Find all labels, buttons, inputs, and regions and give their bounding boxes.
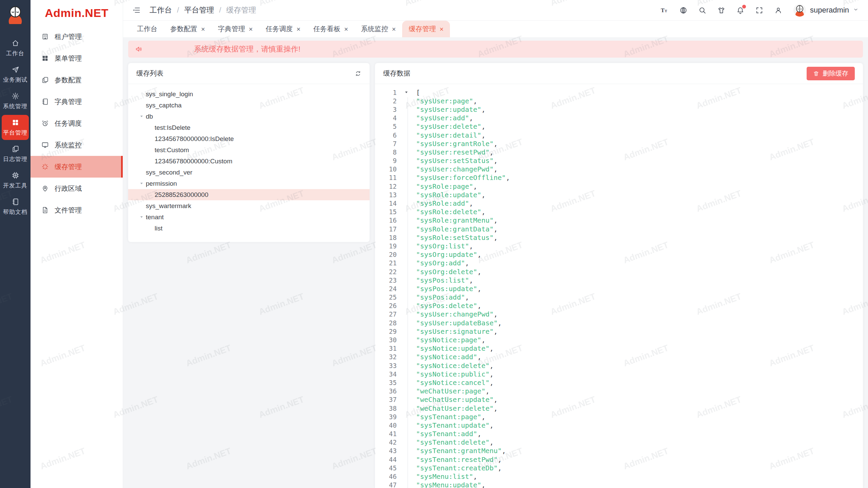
notification-icon[interactable] [736,6,744,14]
line-number: 32 [375,353,397,361]
close-icon[interactable]: × [249,26,253,33]
tab-bar: 工作台参数配置×字典管理×任务调度×任务看板×系统监控×缓存管理× [123,21,868,37]
user-avatar [793,4,806,17]
sidebar-item-系统监控[interactable]: 系统监控 [31,134,123,156]
tree-node-test:Custom[interactable]: test:Custom [128,144,370,156]
app-root: 工作台业务测试系统管理平台管理日志管理开发工具帮助文档 Admin.NET 租户… [0,0,868,488]
code-content: "sysOrg:list", [416,242,473,250]
sidebar-item-租户管理[interactable]: 租户管理 [31,26,123,47]
rail-item-label: 平台管理 [3,129,27,137]
tab-缓存管理[interactable]: 缓存管理× [402,21,450,37]
tab-工作台[interactable]: 工作台 [131,21,164,37]
sidebar-item-label: 文件管理 [55,206,82,215]
tab-参数配置[interactable]: 参数配置× [164,21,212,37]
tree-node-label: sys_single_login [146,90,193,98]
sidebar-item-缓存管理[interactable]: 缓存管理 [31,156,123,178]
rail-item-系统管理[interactable]: 系统管理 [2,88,29,114]
line-number: 6 [375,131,397,139]
cpu-icon [12,171,19,179]
menu-fold-icon[interactable] [133,6,141,14]
close-icon[interactable]: × [392,26,396,33]
rail-item-帮助文档[interactable]: 帮助文档 [2,194,29,219]
rail-item-开发工具[interactable]: 开发工具 [2,168,29,193]
line-number: 40 [375,422,397,429]
tree-node-db[interactable]: db [128,111,370,122]
line-number: 16 [375,217,397,224]
tab-字典管理[interactable]: 字典管理× [212,21,259,37]
fullscreen-icon[interactable] [755,6,763,14]
tree-node-label: 123456780000000:IsDelete [155,135,234,143]
rail-nav: 工作台业务测试系统管理平台管理日志管理开发工具帮助文档 [2,34,29,221]
sidebar-item-菜单管理[interactable]: 菜单管理 [31,47,123,69]
panels-row: 缓存列表 sys_single_loginsys_captchadbtest:I… [128,63,863,488]
code-line: 43"sysTenant:grantMenu", [375,447,863,455]
tree-node-tenant[interactable]: tenant [128,211,370,223]
close-icon[interactable]: × [201,26,205,33]
sidebar-item-文件管理[interactable]: 文件管理 [31,199,123,221]
sidebar-item-字典管理[interactable]: 字典管理 [31,91,123,113]
tree-node-list[interactable]: list [128,223,370,234]
line-number: 46 [375,473,397,480]
language-icon[interactable] [679,6,687,14]
logo-avatar[interactable] [5,4,25,24]
code-content: "sysUser:updateBase", [416,319,502,327]
close-icon[interactable]: × [439,26,443,33]
close-icon[interactable]: × [296,26,300,33]
user-menu[interactable]: superadmin [793,4,859,17]
tree-node-123456780000000:IsDelete[interactable]: 123456780000000:IsDelete [128,133,370,144]
tree-node-sys_wartermark[interactable]: sys_wartermark [128,200,370,211]
code-line: 39"sysTenant:page", [375,412,863,421]
sidebar-nav: 租户管理菜单管理参数配置字典管理任务调度系统监控缓存管理行政区域文件管理 [31,26,123,221]
caret-down-icon[interactable] [137,114,146,119]
caret-down-icon[interactable] [137,181,146,186]
grid-icon [41,55,49,62]
rail-item-日志管理[interactable]: 日志管理 [2,141,29,166]
caret-down-icon[interactable] [397,90,416,95]
code-line: 38"weChatUser:delete", [375,404,863,412]
spinner-icon [41,163,49,170]
caret-down-icon[interactable] [137,215,146,219]
cache-data-title: 缓存数据 [383,69,410,78]
json-viewer: 1[2"sysUser:page",3"sysUser:update",4"sy… [375,84,863,488]
theme-icon[interactable] [717,6,725,14]
sidebar-item-任务调度[interactable]: 任务调度 [31,113,123,134]
breadcrumb-item[interactable]: 平台管理 [184,5,214,15]
rail-item-工作台[interactable]: 工作台 [2,36,29,61]
tree-node-sys_second_ver[interactable]: sys_second_ver [128,167,370,178]
tree-node-sys_single_login[interactable]: sys_single_login [128,88,370,100]
profile-icon[interactable] [774,6,782,14]
search-icon[interactable] [698,6,706,14]
line-number: 14 [375,200,397,207]
tree-node-sys_captcha[interactable]: sys_captcha [128,100,370,111]
tab-系统监控[interactable]: 系统监控× [355,21,402,37]
speaker-icon [135,45,143,53]
delete-cache-label: 删除缓存 [823,69,848,78]
delete-cache-button[interactable]: 删除缓存 [807,67,855,80]
rail-item-平台管理[interactable]: 平台管理 [2,115,29,140]
tree-node-label: db [146,113,153,120]
code-content: "sysPos:list", [416,276,473,284]
refresh-icon[interactable] [355,70,361,77]
trash-icon [813,70,819,77]
line-number: 10 [375,165,397,173]
notebook-icon [41,98,49,105]
rail-item-业务测试[interactable]: 业务测试 [2,62,29,87]
tree-node-252885263000000[interactable]: 252885263000000 [128,189,370,200]
line-number: 26 [375,302,397,309]
code-line: 22"sysOrg:delete", [375,267,863,276]
breadcrumb-separator: / [177,6,179,15]
secondary-sidebar: Admin.NET 租户管理菜单管理参数配置字典管理任务调度系统监控缓存管理行政… [31,0,123,488]
sidebar-item-参数配置[interactable]: 参数配置 [31,69,123,91]
tree-node-permission[interactable]: permission [128,178,370,189]
close-icon[interactable]: × [344,26,348,33]
tab-任务看板[interactable]: 任务看板× [307,21,355,37]
breadcrumb-item[interactable]: 工作台 [150,5,172,15]
sidebar-item-行政区域[interactable]: 行政区域 [31,178,123,199]
tab-任务调度[interactable]: 任务调度× [259,21,307,37]
font-size-icon[interactable]: TT [660,6,668,14]
app-logo[interactable]: Admin.NET [31,0,123,26]
code-content: "sysPos:delete", [416,302,481,310]
tree-node-123456780000000:Custom[interactable]: 123456780000000:Custom [128,156,370,167]
code-line: 36"weChatUser:page", [375,387,863,395]
tree-node-test:IsDelete[interactable]: test:IsDelete [128,122,370,133]
